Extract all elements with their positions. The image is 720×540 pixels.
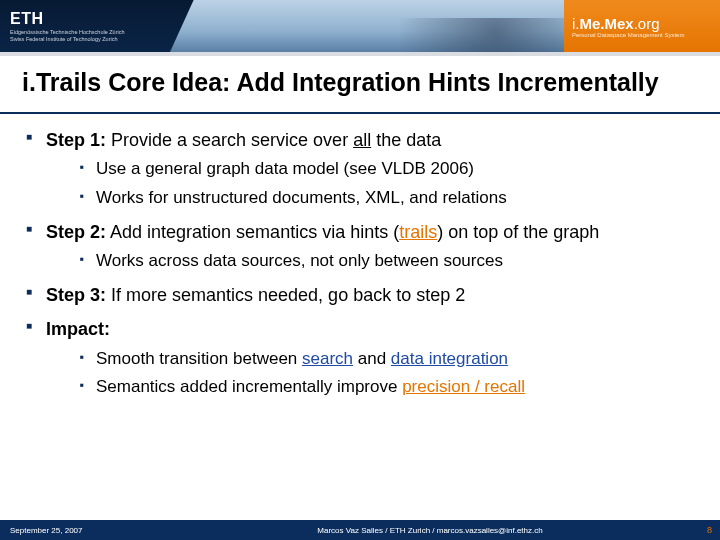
impact-1-pre: Smooth transition between (96, 349, 302, 368)
step-1-text-a: Provide a search service over (106, 130, 353, 150)
brand-pre: i. (572, 15, 580, 32)
slide-title: i.Trails Core Idea: Add Integration Hint… (22, 68, 698, 98)
brand-name: i.Me.Mex.org (572, 15, 660, 32)
impact-1-hl-b: data integration (391, 349, 508, 368)
step-2-text-a: Add integration semantics via hints ( (106, 222, 399, 242)
impact-sub-1: Smooth transition between search and dat… (80, 348, 698, 371)
brand-block: i.Me.Mex.org Personal Dataspace Manageme… (564, 0, 720, 52)
step-3-text: If more semantics needed, go back to ste… (106, 285, 465, 305)
footer-page: 8 (690, 525, 720, 535)
step-1-sublist: Use a general graph data model (see VLDB… (46, 158, 698, 210)
step-2-label: Step 2: (46, 222, 106, 242)
impact-sub-2: Semantics added incrementally improve pr… (80, 376, 698, 399)
step-2-item: Step 2: Add integration semantics via hi… (22, 220, 698, 273)
impact-1-hl-a: search (302, 349, 353, 368)
slide-content: i.Trails Core Idea: Add Integration Hint… (0, 56, 720, 399)
impact-2-pre: Semantics added incrementally improve (96, 377, 402, 396)
brand-suf: .org (634, 15, 660, 32)
step-1-underline: all (353, 130, 371, 150)
step-1-sub-1: Use a general graph data model (see VLDB… (80, 158, 698, 181)
step-1-label: Step 1: (46, 130, 106, 150)
impact-item: Impact: Smooth transition between search… (22, 317, 698, 399)
step-2-text-b: ) on top of the graph (437, 222, 599, 242)
impact-1-mid: and (353, 349, 391, 368)
step-2-highlight: trails (399, 222, 437, 242)
brand-sub: Personal Dataspace Management System (572, 32, 684, 38)
title-rule (0, 112, 720, 114)
step-3-label: Step 3: (46, 285, 106, 305)
slide-header: ETH Eidgenössische Technische Hochschule… (0, 0, 720, 52)
step-1-item: Step 1: Provide a search service over al… (22, 128, 698, 210)
footer-date: September 25, 2007 (0, 526, 170, 535)
impact-label: Impact: (46, 319, 110, 339)
step-1-sub-2: Works for unstructured documents, XML, a… (80, 187, 698, 210)
step-3-item: Step 3: If more semantics needed, go bac… (22, 283, 698, 307)
eth-logo: ETH (10, 10, 170, 28)
brand-mid: Me.Mex (580, 15, 634, 32)
step-2-sub-1: Works across data sources, not only betw… (80, 250, 698, 273)
header-image (170, 0, 564, 52)
footer-center: Marcos Vaz Salles / ETH Zurich / marcos.… (170, 526, 690, 535)
step-2-sublist: Works across data sources, not only betw… (46, 250, 698, 273)
eth-block: ETH Eidgenössische Technische Hochschule… (0, 0, 170, 52)
bullet-list: Step 1: Provide a search service over al… (22, 128, 698, 400)
impact-2-hl: precision / recall (402, 377, 525, 396)
impact-sublist: Smooth transition between search and dat… (46, 348, 698, 400)
slide-footer: September 25, 2007 Marcos Vaz Salles / E… (0, 520, 720, 540)
eth-sub1: Eidgenössische Technische Hochschule Zür… (10, 29, 170, 35)
eth-sub2: Swiss Federal Institute of Technology Zu… (10, 36, 170, 42)
step-1-text-b: the data (371, 130, 441, 150)
